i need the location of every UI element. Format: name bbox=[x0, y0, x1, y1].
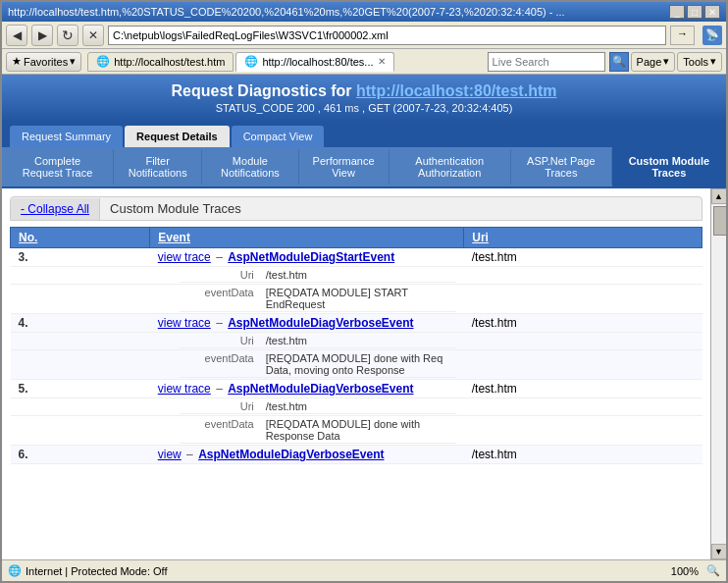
subtab-custom[interactable]: Custom Module Traces bbox=[612, 147, 726, 186]
detail-label: Uri bbox=[180, 334, 258, 348]
restore-button[interactable]: □ bbox=[687, 5, 702, 19]
page-title-link[interactable]: http://localhost:80/test.htm bbox=[356, 82, 556, 99]
close-button[interactable]: ✕ bbox=[704, 5, 720, 19]
row-event: view trace – AspNetModuleDiagVerboseEven… bbox=[150, 380, 464, 398]
tab-request-details[interactable]: Request Details bbox=[125, 126, 230, 147]
page-button[interactable]: Page ▾ bbox=[631, 52, 676, 72]
subtab-module[interactable]: Module Notifications bbox=[202, 149, 298, 185]
go-button[interactable]: → bbox=[670, 26, 695, 45]
detail-empty bbox=[11, 333, 150, 350]
subtab-auth[interactable]: Authentication Authorization bbox=[390, 149, 511, 185]
view-trace-link[interactable]: view trace bbox=[158, 250, 211, 264]
collapse-bar: - Collapse All Custom Module Traces bbox=[10, 196, 702, 221]
detail-empty bbox=[11, 285, 150, 314]
col-event[interactable]: Event bbox=[150, 228, 464, 248]
forward-button[interactable]: ▶ bbox=[31, 25, 53, 46]
detail-uri-empty bbox=[464, 416, 702, 446]
col-no[interactable]: No. bbox=[11, 228, 150, 248]
detail-row: Uri /test.htm bbox=[11, 267, 702, 285]
vertical-scrollbar: ▲ ▼ bbox=[710, 188, 726, 559]
scroll-down-button[interactable]: ▼ bbox=[711, 544, 727, 559]
tabs-toolbar: ★ Favorites ▾ 🌐 http://localhost/test.ht… bbox=[2, 49, 726, 75]
tab-request-summary[interactable]: Request Summary bbox=[10, 126, 123, 147]
trace-table: No. Event Uri 3. view trace – AspNetModu… bbox=[10, 227, 702, 464]
live-search-box bbox=[488, 52, 605, 72]
detail-value: /test.htm bbox=[258, 334, 456, 348]
subtab-aspnet[interactable]: ASP.Net Page Traces bbox=[511, 149, 612, 185]
title-bar-buttons: _ □ ✕ bbox=[669, 5, 720, 19]
page-title: Request Diagnostics for http://localhost… bbox=[12, 82, 716, 100]
zoom-level: 100% bbox=[671, 565, 699, 577]
tab-compact-view[interactable]: Compact View bbox=[232, 126, 325, 147]
back-button[interactable]: ◀ bbox=[6, 25, 27, 46]
zoom-icon: 🔍 bbox=[706, 564, 720, 577]
row-event: view trace – AspNetModuleDiagVerboseEven… bbox=[150, 314, 464, 333]
tools-chevron-icon: ▾ bbox=[710, 55, 716, 68]
browser-tab-1[interactable]: 🌐 http://localhost/test.htm bbox=[87, 52, 234, 72]
minimize-button[interactable]: _ bbox=[669, 5, 685, 19]
tab-close-icon[interactable]: ✕ bbox=[378, 56, 386, 67]
event-name-link[interactable]: AspNetModuleDiagVerboseEvent bbox=[228, 316, 413, 330]
table-row: 6. view – AspNetModuleDiagVerboseEvent /… bbox=[11, 446, 702, 464]
detail-row: eventData [REQDATA MODULE] done with Res… bbox=[11, 416, 702, 446]
row-no: 5. bbox=[11, 380, 150, 398]
detail-label: Uri bbox=[180, 268, 258, 283]
row-uri: /test.htm bbox=[464, 446, 702, 464]
page-chevron-icon: ▾ bbox=[663, 55, 669, 68]
view-trace-link[interactable]: view trace bbox=[158, 316, 211, 330]
dash: – bbox=[216, 382, 226, 396]
row-event: view trace – AspNetModuleDiagStartEvent bbox=[150, 248, 464, 267]
detail-uri-empty bbox=[464, 350, 702, 380]
col-uri[interactable]: Uri bbox=[464, 228, 702, 248]
row-uri: /test.htm bbox=[464, 380, 702, 398]
tab-bar: 🌐 http://localhost/test.htm 🌐 http://loc… bbox=[87, 52, 393, 72]
subtab-performance[interactable]: Performance View bbox=[299, 149, 390, 185]
scroll-thumb[interactable] bbox=[713, 206, 727, 236]
subtab-complete[interactable]: Complete Request Trace bbox=[2, 149, 114, 185]
collapse-all-button[interactable]: - Collapse All bbox=[11, 198, 100, 220]
status-bar: 🌐 Internet | Protected Mode: Off 100% 🔍 bbox=[2, 559, 726, 581]
row-uri: /test.htm bbox=[464, 248, 702, 267]
detail-uri-empty bbox=[464, 333, 702, 350]
dash: – bbox=[216, 316, 226, 330]
view-trace-link[interactable]: view trace bbox=[158, 382, 211, 396]
detail-empty bbox=[11, 398, 150, 416]
favorites-button[interactable]: ★ Favorites ▾ bbox=[6, 52, 81, 72]
detail-row: eventData [REQDATA MODULE] done with Req… bbox=[11, 350, 702, 380]
subtab-filter[interactable]: Filter Notifications bbox=[114, 149, 202, 185]
detail-label: eventData bbox=[180, 286, 258, 312]
row-uri: /test.htm bbox=[464, 314, 702, 333]
sub-tabs: Complete Request Trace Filter Notificati… bbox=[2, 147, 726, 188]
detail-value: /test.htm bbox=[258, 268, 456, 283]
detail-value: /test.htm bbox=[258, 399, 456, 414]
detail-empty bbox=[11, 350, 150, 380]
tools-button[interactable]: Tools ▾ bbox=[677, 52, 722, 72]
star-icon: ★ bbox=[12, 55, 22, 68]
title-bar: http://localhost/test.htm,%20STATUS_CODE… bbox=[2, 2, 726, 22]
row-no: 4. bbox=[11, 314, 150, 333]
table-header-row: No. Event Uri bbox=[11, 228, 702, 248]
refresh-button[interactable]: ↻ bbox=[57, 25, 78, 46]
event-name-link[interactable]: AspNetModuleDiagStartEvent bbox=[228, 250, 394, 264]
live-search-input[interactable] bbox=[493, 56, 600, 68]
rss-icon[interactable]: 📡 bbox=[702, 26, 722, 45]
content-area: - Collapse All Custom Module Traces No. … bbox=[2, 188, 726, 559]
browser-tab-2[interactable]: 🌐 http://localhost:80/tes... ✕ bbox=[235, 52, 393, 72]
status-left: 🌐 Internet | Protected Mode: Off bbox=[8, 564, 168, 577]
table-row: 4. view trace – AspNetModuleDiagVerboseE… bbox=[11, 314, 702, 333]
stop-button[interactable]: ✕ bbox=[82, 25, 104, 46]
detail-row: Uri /test.htm bbox=[11, 398, 702, 416]
detail-row: Uri /test.htm bbox=[11, 333, 702, 350]
view-trace-link[interactable]: view bbox=[158, 448, 182, 461]
main-tabs: Request Summary Request Details Compact … bbox=[2, 122, 726, 147]
status-zone: Internet | Protected Mode: Off bbox=[26, 565, 168, 577]
detail-value: [REQDATA MODULE] START EndRequest bbox=[258, 286, 456, 312]
address-input[interactable] bbox=[113, 29, 661, 41]
event-name-link[interactable]: AspNetModuleDiagVerboseEvent bbox=[228, 382, 413, 396]
scroll-up-button[interactable]: ▲ bbox=[711, 188, 727, 204]
detail-label: Uri bbox=[180, 399, 258, 414]
chevron-down-icon: ▾ bbox=[70, 55, 76, 68]
event-name-link[interactable]: AspNetModuleDiagVerboseEvent bbox=[198, 448, 384, 461]
search-icon[interactable]: 🔍 bbox=[609, 52, 629, 72]
detail-uri-empty bbox=[464, 285, 702, 314]
